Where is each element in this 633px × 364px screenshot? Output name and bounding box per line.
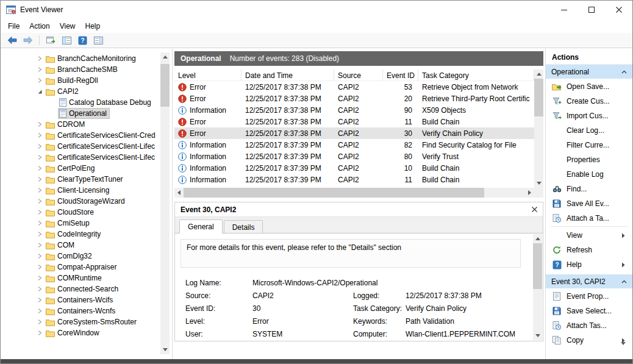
chevron-collapsed-icon[interactable] [35, 54, 45, 63]
column-header-date-and-time[interactable]: Date and Time [241, 70, 334, 80]
action-event-prop[interactable]: Event Prop... [546, 289, 632, 304]
menu-action[interactable]: Action [24, 20, 54, 32]
action-refresh[interactable]: Refresh [546, 243, 632, 257]
chevron-collapsed-icon[interactable] [35, 120, 45, 129]
action-save-all-ev[interactable]: Save All Ev... [546, 196, 632, 211]
tree-item-certificateservicesclient-lifec[interactable]: CertificateServicesClient-Lifec [1, 152, 172, 163]
chevron-collapsed-icon[interactable] [35, 229, 45, 239]
tree-item-cmisetup[interactable]: CmiSetup [1, 218, 172, 229]
tree-item-client-licensing[interactable]: Client-Licensing [1, 185, 172, 196]
scroll-thumb[interactable] [184, 188, 484, 198]
event-row[interactable]: Information12/25/2017 8:37:39 PMCAPI211B… [174, 174, 534, 185]
chevron-collapsed-icon[interactable] [35, 218, 45, 228]
action-import-cus[interactable]: Import Cus... [546, 109, 632, 123]
tree-item-containers-wcifs[interactable]: Containers-Wcifs [1, 294, 172, 305]
event-row[interactable]: Error12/25/2017 8:37:38 PMCAPI230Verify … [174, 127, 534, 139]
scroll-up-button[interactable] [533, 234, 542, 243]
scroll-track[interactable] [160, 62, 170, 345]
action-group-header-operational[interactable]: Operational [546, 65, 632, 79]
chevron-collapsed-icon[interactable] [35, 185, 45, 195]
tree-item-connected-search[interactable]: Connected-Search [1, 284, 172, 294]
action-attach-tas[interactable]: Attach Tas... [546, 318, 632, 333]
chevron-collapsed-icon[interactable] [35, 196, 45, 206]
show-console-tree-button[interactable] [60, 34, 74, 47]
menu-view[interactable]: View [55, 20, 80, 32]
chevron-collapsed-icon[interactable] [35, 141, 45, 151]
column-header-source[interactable]: Source [334, 70, 383, 80]
chevron-collapsed-icon[interactable] [35, 328, 45, 338]
preview-close-button[interactable] [532, 207, 537, 212]
event-row[interactable]: Error12/25/2017 8:37:38 PMCAPI211Build C… [174, 116, 534, 127]
preview-vertical-scrollbar[interactable] [533, 234, 542, 340]
event-row[interactable]: Error12/25/2017 8:37:38 PMCAPI253Retriev… [174, 81, 534, 93]
column-header-task-category[interactable]: Task Category [418, 70, 534, 80]
tree-item-cloudstore[interactable]: CloudStore [1, 207, 172, 218]
export-list-button[interactable] [44, 34, 58, 47]
action-create-cus[interactable]: Create Cus... [546, 94, 632, 109]
action-view[interactable]: View [546, 228, 632, 243]
scroll-down-button[interactable] [533, 331, 542, 340]
event-row[interactable]: Information12/25/2017 8:37:39 PMCAPI280V… [174, 151, 534, 162]
scroll-track[interactable] [533, 243, 542, 331]
chevron-collapsed-icon[interactable] [35, 65, 45, 74]
action-properties[interactable]: Properties [546, 152, 632, 167]
scroll-up-button[interactable] [160, 52, 170, 62]
show-action-pane-button[interactable] [91, 34, 106, 47]
scroll-track[interactable] [534, 79, 543, 179]
chevron-expanded-icon[interactable] [35, 87, 45, 96]
tree-item-compat-appraiser[interactable]: Compat-Appraiser [1, 262, 172, 273]
maximize-button[interactable] [578, 1, 605, 19]
scroll-down-button[interactable] [534, 179, 543, 188]
action-help[interactable]: ?Help [546, 257, 632, 272]
actions-scroll-down-button[interactable] [619, 340, 628, 347]
event-list-horizontal-scrollbar[interactable] [174, 188, 534, 198]
tree-item-branchcachesmb[interactable]: BranchCacheSMB [1, 64, 172, 75]
chevron-collapsed-icon[interactable] [35, 306, 45, 316]
event-row[interactable]: Information12/25/2017 8:37:39 PMCAPI210B… [174, 162, 534, 174]
column-header-level[interactable]: Level [174, 70, 241, 80]
tree-item-codeintegrity[interactable]: CodeIntegrity [1, 229, 172, 240]
scroll-left-button[interactable] [174, 188, 184, 198]
tree-item-comdlg32[interactable]: ComDlg32 [1, 251, 172, 262]
tree-item-corewindow[interactable]: CoreWindow [1, 327, 172, 338]
collapse-chevron-icon[interactable] [621, 280, 627, 284]
tree-scrollbar[interactable] [160, 52, 170, 354]
scroll-up-button[interactable] [534, 70, 543, 79]
collapse-chevron-icon[interactable] [621, 70, 627, 74]
tree-item-catalog-database-debug[interactable]: Catalog Database Debug [1, 97, 172, 108]
scroll-down-button[interactable] [160, 345, 170, 354]
action-save-select[interactable]: Save Select... [546, 304, 632, 318]
event-list-vertical-scrollbar[interactable] [534, 70, 543, 188]
tree-item-cleartypetexttuner[interactable]: ClearTypeTextTuner [1, 174, 172, 185]
menu-help[interactable]: Help [80, 20, 106, 32]
event-row[interactable]: Information12/25/2017 8:37:38 PMCAPI290X… [174, 104, 534, 116]
tree-item-containers-wcnfs[interactable]: Containers-Wcnfs [1, 305, 172, 316]
chevron-collapsed-icon[interactable] [35, 152, 45, 162]
help-button[interactable]: ? [76, 34, 90, 47]
menu-file[interactable]: File [3, 20, 24, 32]
tree-item-coresystem-smsrouter[interactable]: CoreSystem-SmsRouter [1, 316, 172, 327]
action-attach-a-ta[interactable]: Attach a Ta... [546, 211, 632, 226]
chevron-collapsed-icon[interactable] [35, 163, 45, 173]
tree-item-com[interactable]: COM [1, 240, 172, 251]
action-clear-log[interactable]: Clear Log... [546, 123, 632, 138]
scroll-thumb[interactable] [533, 243, 542, 289]
chevron-collapsed-icon[interactable] [35, 295, 45, 305]
tree-item-certificateservicesclient-lifec[interactable]: CertificateServicesClient-Lifec [1, 141, 172, 152]
scroll-thumb[interactable] [160, 64, 170, 107]
chevron-collapsed-icon[interactable] [35, 251, 45, 261]
scroll-thumb[interactable] [534, 79, 543, 116]
tab-general[interactable]: General [179, 219, 223, 234]
tree-item-certificateservicesclient-cred[interactable]: CertificateServicesClient-Cred [1, 130, 172, 141]
chevron-collapsed-icon[interactable] [35, 174, 45, 184]
scroll-track[interactable] [184, 188, 525, 198]
close-button[interactable] [605, 1, 632, 19]
event-row[interactable]: Error12/25/2017 8:37:38 PMCAPI220Retriev… [174, 93, 534, 104]
chevron-collapsed-icon[interactable] [35, 207, 45, 217]
chevron-collapsed-icon[interactable] [35, 273, 45, 283]
column-header-event-id[interactable]: Event ID [383, 70, 418, 80]
action-filter-curre[interactable]: Filter Curre... [546, 138, 632, 152]
chevron-collapsed-icon[interactable] [35, 262, 45, 272]
scroll-right-button[interactable] [525, 188, 534, 198]
tree-item-operational[interactable]: Operational [1, 108, 172, 119]
